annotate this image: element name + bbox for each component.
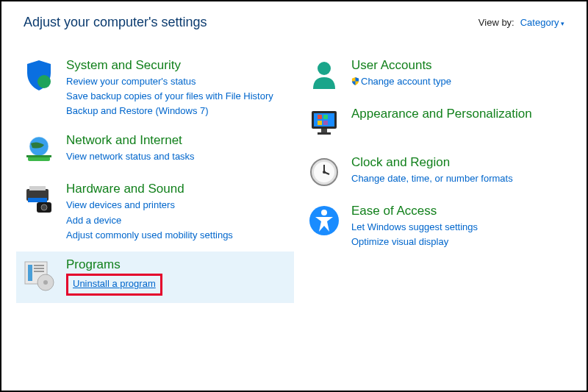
category-link[interactable]: Change date, time, or number formats <box>351 171 513 186</box>
category-columns: System and Security Review your computer… <box>1 38 587 304</box>
view-by-dropdown[interactable]: Category <box>520 17 564 28</box>
svg-point-9 <box>41 204 47 210</box>
monitor-icon <box>307 107 341 140</box>
category-link[interactable]: Let Windows suggest settings <box>351 220 478 235</box>
header-bar: Adjust your computer's settings View by:… <box>1 1 587 38</box>
globe-icon <box>22 133 56 167</box>
view-by-control: View by: Category <box>478 17 564 28</box>
category-title[interactable]: Network and Internet <box>66 133 288 148</box>
category-title[interactable]: Clock and Region <box>351 155 573 170</box>
category-programs: Programs Uninstall a program <box>16 252 294 303</box>
svg-rect-20 <box>318 115 322 119</box>
svg-point-16 <box>43 280 48 285</box>
category-link[interactable]: Add a device <box>66 213 121 228</box>
svg-rect-25 <box>318 132 331 135</box>
category-link[interactable]: View network status and tasks <box>66 149 195 164</box>
svg-rect-21 <box>323 115 328 119</box>
category-link[interactable]: View devices and printers <box>66 198 175 213</box>
svg-rect-14 <box>34 271 44 272</box>
category-link[interactable]: Optimize visual display <box>351 235 448 249</box>
svg-rect-13 <box>34 268 44 269</box>
svg-rect-11 <box>28 265 32 281</box>
programs-icon <box>22 257 56 291</box>
category-clock-region: Clock and Region Change date, time, or n… <box>301 149 579 196</box>
page-title: Adjust your computer's settings <box>24 15 207 30</box>
svg-point-30 <box>323 171 326 174</box>
category-link[interactable]: Save backup copies of your files with Fi… <box>66 89 273 104</box>
category-hardware-sound: Hardware and Sound View devices and prin… <box>16 176 294 249</box>
shield-icon <box>22 58 56 92</box>
category-network-internet: Network and Internet View network status… <box>16 127 294 174</box>
category-title[interactable]: System and Security <box>66 58 288 73</box>
uac-shield-icon <box>351 77 359 85</box>
category-ease-of-access: Ease of Access Let Windows suggest setti… <box>301 198 579 257</box>
user-icon <box>307 58 341 92</box>
svg-rect-12 <box>34 265 44 266</box>
category-link[interactable]: Change account type <box>351 74 451 89</box>
category-title[interactable]: Ease of Access <box>351 204 573 218</box>
left-column: System and Security Review your computer… <box>16 52 294 304</box>
category-user-accounts: User Accounts Change account type <box>301 52 579 99</box>
category-appearance: Appearance and Personalization <box>301 101 579 148</box>
svg-rect-6 <box>29 186 46 190</box>
printer-camera-icon <box>22 182 56 215</box>
accessibility-icon <box>307 204 341 238</box>
clock-icon <box>307 155 341 189</box>
uninstall-program-link[interactable]: Uninstall a program <box>73 277 156 291</box>
category-title[interactable]: User Accounts <box>351 58 573 73</box>
category-title[interactable]: Appearance and Personalization <box>351 107 573 121</box>
category-title[interactable]: Programs <box>66 257 294 272</box>
svg-rect-24 <box>321 129 327 132</box>
svg-point-32 <box>321 210 327 215</box>
category-link[interactable]: Backup and Restore (Windows 7) <box>66 104 209 118</box>
category-link[interactable]: Review your computer's status <box>66 74 196 89</box>
category-system-security: System and Security Review your computer… <box>16 52 294 126</box>
svg-point-17 <box>318 62 331 75</box>
right-column: User Accounts Change account type <box>301 52 579 304</box>
highlight-annotation: Uninstall a program <box>66 274 162 296</box>
svg-point-0 <box>37 75 51 88</box>
view-by-label: View by: <box>478 17 514 28</box>
category-link[interactable]: Adjust commonly used mobility settings <box>66 228 233 243</box>
svg-rect-22 <box>318 121 322 125</box>
svg-rect-4 <box>26 155 51 157</box>
svg-rect-7 <box>28 198 47 202</box>
category-title[interactable]: Hardware and Sound <box>66 182 288 196</box>
svg-rect-23 <box>323 121 328 125</box>
